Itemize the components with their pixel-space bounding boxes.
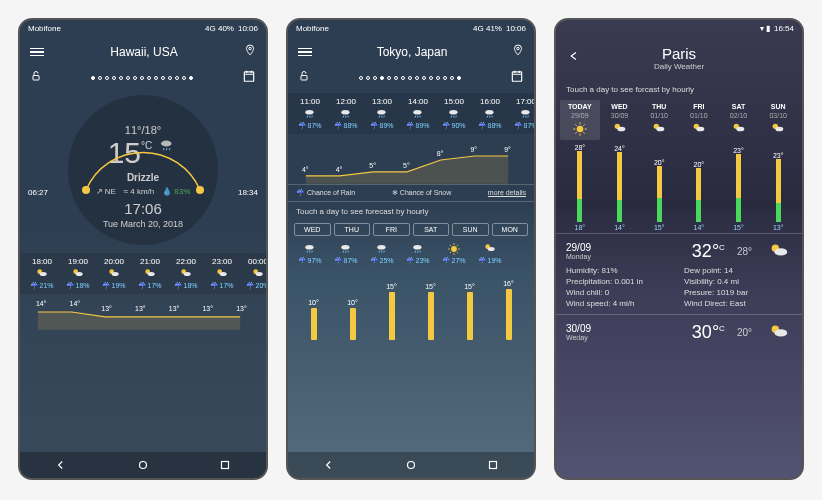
hourly-item[interactable]: 21:00☔17%: [132, 255, 168, 292]
day-button[interactable]: MON: [492, 223, 529, 236]
lock-icon[interactable]: [298, 69, 310, 87]
chance-rain: ☔ Chance of Rain: [296, 189, 355, 197]
location-pin-icon[interactable]: [244, 43, 256, 61]
calendar-icon[interactable]: [510, 69, 524, 87]
svg-point-27: [140, 462, 147, 469]
daily-item: ☔87%: [328, 240, 364, 267]
svg-point-11: [112, 272, 119, 276]
svg-text:5°: 5°: [369, 162, 376, 169]
hourly-item[interactable]: 23:00☔17%: [204, 255, 240, 292]
svg-point-9: [76, 272, 83, 276]
hourly-chart: 14°14° 13°13° 13°13° 13°: [24, 294, 262, 330]
svg-point-48: [377, 245, 385, 250]
hourly-item[interactable]: 20:00☔19%: [96, 255, 132, 292]
svg-point-50: [451, 246, 457, 252]
touch-hint: Touch a day to see forecast by hourly: [288, 202, 534, 221]
svg-text:14°: 14°: [70, 300, 81, 307]
screen-hawaii: Mobifone 4G 40% 10:06 Hawaii, USA 06:27 …: [18, 18, 268, 480]
hourly-item[interactable]: 19:00☔18%: [60, 255, 96, 292]
svg-text:8°: 8°: [437, 150, 444, 157]
sub-bar: [288, 67, 534, 93]
hourly-item[interactable]: 15:00☔90%: [436, 95, 472, 132]
svg-point-15: [184, 272, 191, 276]
home-nav-icon[interactable]: [404, 458, 418, 472]
hourly-item[interactable]: 22:00☔18%: [168, 255, 204, 292]
svg-point-4: [196, 186, 204, 194]
svg-point-49: [413, 245, 421, 250]
svg-point-17: [220, 272, 227, 276]
partly-cloudy-icon: [766, 321, 792, 343]
daily-item: ☔25%: [364, 240, 400, 267]
recent-nav-icon[interactable]: [218, 458, 232, 472]
hourly-row[interactable]: 11:00☔87%12:00☔88%13:00☔89%14:00☔89%15:0…: [288, 93, 534, 134]
detail-grid: Humidity: 81%Dew point: 14 Precipitation…: [566, 266, 792, 308]
hourly-item[interactable]: 14:00☔89%: [400, 95, 436, 132]
calendar-icon[interactable]: [242, 69, 256, 87]
back-icon[interactable]: [566, 49, 580, 67]
location-pin-icon[interactable]: [512, 43, 524, 61]
daily-item: ☔27%: [436, 240, 472, 267]
back-nav-icon[interactable]: [322, 458, 336, 472]
svg-text:4°: 4°: [336, 166, 343, 173]
home-nav-icon[interactable]: [136, 458, 150, 472]
svg-text:9°: 9°: [504, 146, 511, 153]
hourly-item[interactable]: 16:00☔88%: [472, 95, 508, 132]
location-title[interactable]: Hawaii, USA: [110, 45, 177, 59]
hourly-item[interactable]: 17:00☔87%: [508, 95, 534, 132]
vbar-item: 24° 14°: [600, 144, 640, 231]
svg-point-0: [249, 47, 252, 50]
day-detail-1[interactable]: 29/09Monday 32°C 28° Humidity: 81%Dew po…: [556, 233, 802, 314]
svg-rect-31: [512, 72, 521, 81]
day-button[interactable]: WED: [294, 223, 331, 236]
svg-point-19: [256, 272, 263, 276]
page-indicator[interactable]: [91, 76, 193, 80]
menu-icon[interactable]: [30, 48, 44, 57]
day-tab[interactable]: SAT02/10: [719, 100, 759, 140]
svg-point-29: [517, 47, 520, 50]
recent-nav-icon[interactable]: [486, 458, 500, 472]
chance-snow: ❄ Chance of Snow: [392, 189, 451, 197]
bar-item: 15°: [450, 283, 489, 340]
touch-hint: Touch a day to see forcast by hourly: [556, 79, 802, 100]
lock-icon[interactable]: [30, 69, 42, 87]
hourly-item[interactable]: 00:00☔20%: [240, 255, 266, 292]
hourly-row[interactable]: 18:00☔21%19:00☔18%20:00☔19%21:00☔17%22:0…: [20, 253, 266, 294]
day-button[interactable]: FRI: [373, 223, 410, 236]
status-bar: ▾ ▮16:54: [556, 20, 802, 37]
page-indicator[interactable]: [359, 76, 461, 80]
day-button[interactable]: SUN: [452, 223, 489, 236]
hourly-chart: 4°4° 5°5° 8°9° 9°: [292, 134, 530, 184]
location-title[interactable]: Tokyo, Japan: [377, 45, 448, 59]
svg-point-55: [576, 126, 583, 133]
hourly-item[interactable]: 18:00☔21%: [24, 255, 60, 292]
hourly-item[interactable]: 12:00☔88%: [328, 95, 364, 132]
carrier: Mobifone: [28, 24, 61, 33]
menu-icon[interactable]: [298, 48, 312, 57]
more-details-link[interactable]: more details: [488, 189, 526, 197]
partly-cloudy-icon: [766, 240, 792, 262]
back-nav-icon[interactable]: [54, 458, 68, 472]
svg-point-32: [305, 110, 313, 115]
day-tab[interactable]: FRI01/10: [679, 100, 719, 140]
hourly-item[interactable]: 13:00☔89%: [364, 95, 400, 132]
hourly-item[interactable]: 11:00☔87%: [292, 95, 328, 132]
daily-item: ☔23%: [400, 240, 436, 267]
svg-text:13°: 13°: [236, 305, 247, 312]
day-button[interactable]: SAT: [413, 223, 450, 236]
svg-text:5°: 5°: [403, 162, 410, 169]
bar-item: 15°: [372, 283, 411, 340]
day-tab[interactable]: TODAY29/09: [560, 100, 600, 140]
status-right: 4G 40% 10:06: [205, 24, 258, 33]
svg-point-34: [377, 110, 385, 115]
svg-point-53: [408, 462, 415, 469]
svg-point-35: [413, 110, 421, 115]
day-button[interactable]: THU: [334, 223, 371, 236]
daily-bars: 10°10°15°15°15°16°: [288, 269, 534, 344]
day-tab[interactable]: THU01/10: [639, 100, 679, 140]
svg-rect-28: [222, 462, 229, 469]
day-detail-2[interactable]: 30/09Weday 30°C 20°: [556, 314, 802, 349]
day-tab[interactable]: WED30/09: [600, 100, 640, 140]
day-tab[interactable]: SUN03/10: [758, 100, 798, 140]
svg-point-65: [776, 127, 784, 132]
screen-tokyo: Mobifone 4G 41%10:06 Tokyo, Japan 11:00☔…: [286, 18, 536, 480]
